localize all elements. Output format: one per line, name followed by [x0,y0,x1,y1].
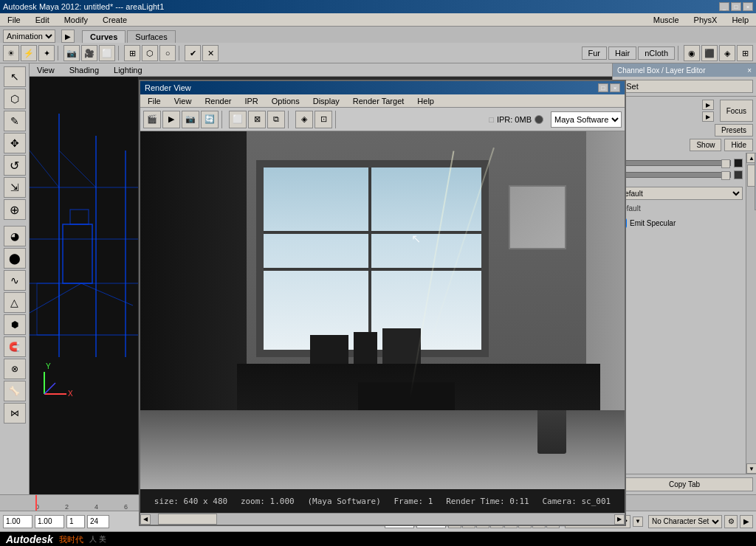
rv-render-region-button[interactable]: 📷 [182,111,199,128]
tool-sun-icon[interactable]: ☀ [3,45,19,61]
focus-button[interactable]: Focus [720,100,753,122]
rv-menu-ipr[interactable]: IPR [240,97,262,106]
right-tool1-icon[interactable]: ◉ [684,45,700,61]
constraint-button[interactable]: ⊗ [4,359,26,379]
menu-edit[interactable]: Edit [31,15,54,24]
tool-circle-icon[interactable]: ○ [159,45,176,61]
rotate-tool-button[interactable]: ↺ [4,155,26,176]
tool-grid-icon[interactable]: ⊞ [124,45,140,61]
ik-button[interactable]: ⋈ [4,403,26,424]
tab-surfaces[interactable]: Surfaces [127,30,175,43]
frame-range-start-input[interactable]: 24 [87,515,109,528]
menu-help[interactable]: Help [727,15,753,24]
show-button[interactable]: Show [690,139,721,151]
tab-curves[interactable]: Curves [82,30,126,43]
viewport-menu-lighting[interactable]: Lighting [109,66,147,75]
rv-menu-display[interactable]: Display [309,97,344,106]
right-tool3-icon[interactable]: ◈ [719,45,735,61]
rv-render-scene-button[interactable]: 🎬 [143,111,161,128]
tool-star-icon[interactable]: ✦ [38,45,55,61]
slider1-thumb[interactable] [721,159,730,168]
viewport-menu-shading[interactable]: Shading [65,66,103,75]
preferences-button[interactable]: ▶ [740,515,753,528]
tool-checkmark-icon[interactable]: ✔ [185,45,201,61]
rv-zoom-fit-button[interactable]: ⊡ [315,111,332,128]
renderer-dropdown[interactable]: Maya Software [551,111,622,128]
scale-tool-button[interactable]: ⇲ [4,177,26,198]
right-tool2-icon[interactable]: ⬛ [701,45,718,61]
character-set-dropdown[interactable]: No Character Set [648,515,722,528]
render-view-close-button[interactable]: × [610,83,620,92]
menu-physx[interactable]: PhysX [690,15,722,24]
render-view-maximize-button[interactable]: □ [598,83,608,92]
rv-menu-render[interactable]: Render [200,97,236,106]
rv-scroll-track[interactable] [151,514,614,525]
presets-button[interactable]: Presets [715,124,753,136]
sculpt-button[interactable]: ⬤ [4,248,26,269]
mode-toggle-button[interactable]: ▶ [61,30,75,43]
tool-render-icon[interactable]: 📷 [63,45,80,61]
rv-scroll-left-button[interactable]: ◀ [140,514,151,525]
rv-menu-help[interactable]: Help [413,97,439,106]
menu-muscle[interactable]: Muscle [649,15,684,24]
slider2-thumb[interactable] [721,171,730,180]
minimize-button[interactable]: _ [719,2,729,11]
rv-menu-file[interactable]: File [143,97,165,106]
animation-dropdown[interactable]: Animation [3,30,55,43]
tab-ncloth[interactable]: nCloth [638,46,675,60]
soft-select-button[interactable]: ◕ [4,226,26,246]
slider1-track[interactable] [616,160,731,166]
rv-menu-view[interactable]: View [170,97,196,106]
move-tool-button[interactable]: ✥ [4,133,26,153]
lasso-tool-button[interactable]: ⬡ [4,89,26,109]
tool-hex-icon[interactable]: ⬡ [142,45,158,61]
tool-lightning-icon[interactable]: ⚡ [21,45,37,61]
rv-keep-button[interactable]: ⬜ [229,111,247,128]
extrude-button[interactable]: ⬢ [4,314,26,335]
rv-redo-previous-button[interactable]: 🔄 [201,111,219,128]
menu-create[interactable]: Create [98,15,131,24]
cv-curve-button[interactable]: △ [4,292,26,313]
tab-hair[interactable]: Hair [608,46,636,60]
rv-ipr-button[interactable]: ▶ [162,111,180,128]
maximize-button[interactable]: □ [731,2,741,11]
rv-menu-options[interactable]: Options [267,97,304,106]
skeleton-button[interactable]: 🦴 [4,381,26,401]
universal-tool-button[interactable]: ⊕ [4,199,26,220]
arrow-up-button[interactable]: ▶ [702,100,714,110]
close-button[interactable]: × [743,2,753,11]
menu-file[interactable]: File [3,15,25,24]
main-viewport[interactable]: Render View □ × File View Render IPR [139,77,612,494]
rv-compare-button[interactable]: ⧉ [267,111,285,128]
character-set-options-button[interactable]: ⚙ [724,515,738,528]
channel-box-close-button[interactable]: × [747,66,752,75]
anim-layer-options-button[interactable]: ▼ [633,516,643,527]
right-tool4-icon[interactable]: ⊞ [737,45,753,61]
paint-tool-button[interactable]: ✎ [4,111,26,131]
render-canvas[interactable]: ↖ [140,131,625,489]
rv-display-colors-button[interactable]: ◈ [295,111,313,128]
attr-dropdown[interactable]: Default [616,187,743,200]
tool-snapshot-icon[interactable]: ⬜ [99,45,115,61]
menu-modify[interactable]: Modify [60,15,92,24]
channel-box-input[interactable] [616,80,753,93]
tool-render2-icon[interactable]: 🎥 [81,45,97,61]
slider2-track[interactable] [616,172,731,178]
copy-tab-button[interactable]: Copy Tab [616,477,753,491]
select-tool-button[interactable]: ↖ [4,66,26,87]
create-curve-button[interactable]: ∿ [4,270,26,291]
rv-scroll-thumb[interactable] [158,514,217,525]
attr-scroll-down-button[interactable]: ▼ [746,463,756,474]
viewport-menu-view[interactable]: View [32,66,59,75]
current-frame-input[interactable]: 1 [66,515,85,528]
tool-x-icon[interactable]: ✕ [202,45,219,61]
tab-fur[interactable]: Fur [582,46,608,60]
hide-button[interactable]: Hide [724,139,753,151]
start-time-input[interactable]: 1.00 [3,515,32,528]
snap-button[interactable]: 🧲 [4,336,26,357]
rv-scroll-right-button[interactable]: ▶ [614,514,625,525]
rv-menu-render-target[interactable]: Render Target [348,97,409,106]
arrow-down-button[interactable]: ▶ [702,111,714,122]
rv-remove-button[interactable]: ⊠ [248,111,266,128]
end-time-input[interactable]: 1.00 [35,515,64,528]
